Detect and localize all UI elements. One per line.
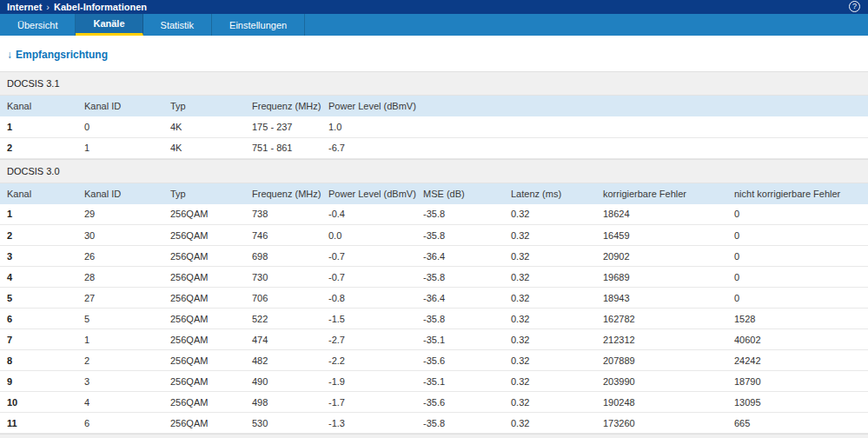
tab-uebersicht[interactable]: Übersicht (0, 14, 76, 36)
table-cell: 256QAM (163, 225, 245, 246)
column-header: Kanal ID (77, 96, 163, 116)
tab-einstellungen[interactable]: Einstellungen (212, 14, 305, 36)
table-row: 428256QAM730-0.7-35.80.32196890 (0, 267, 868, 288)
table-row: 214K751 - 861-6.7 (0, 137, 868, 158)
table-cell: 24242 (727, 350, 868, 371)
table-cell: -35.8 (416, 309, 504, 329)
table-cell: 5 (0, 288, 77, 309)
column-header: Typ (163, 96, 245, 116)
table-row: 527256QAM706-0.8-36.40.32189430 (0, 288, 868, 309)
table-cell: 482 (245, 350, 321, 371)
table-cell: 0.32 (504, 309, 596, 329)
table-cell: -6.7 (321, 137, 868, 158)
breadcrumb-page: Kabel-Informationen (54, 2, 147, 12)
table-cell: 203990 (596, 371, 727, 392)
table-cell: -0.8 (321, 288, 416, 309)
breadcrumb-section[interactable]: Internet (7, 2, 42, 12)
table-cell: 738 (245, 204, 321, 225)
table-cell: -35.8 (416, 267, 504, 288)
table-cell: 3 (0, 246, 77, 267)
table-cell: 3 (77, 371, 163, 392)
table-cell: 175 - 237 (245, 116, 321, 137)
table-cell: 6 (0, 309, 77, 329)
table-cell: 40602 (727, 329, 868, 350)
table-cell: 0 (77, 116, 163, 137)
table-row: 93256QAM490-1.9-35.10.3220399018790 (0, 371, 868, 392)
table-cell: 746 (245, 225, 321, 246)
page-title-label: Empfangsrichtung (16, 49, 108, 61)
table-row: 65256QAM522-1.5-35.80.321627821528 (0, 309, 868, 329)
table-cell: -35.8 (416, 413, 504, 434)
table-cell: -35.6 (416, 350, 504, 371)
table-cell: 1528 (727, 309, 868, 329)
table-cell: 256QAM (163, 204, 245, 225)
column-header: Power Level (dBmV) (321, 96, 868, 116)
column-header: Typ (163, 183, 245, 204)
table-cell: 18624 (596, 204, 727, 225)
table-cell: 665 (727, 413, 868, 434)
table-cell: 522 (245, 309, 321, 329)
downstream-arrow-icon: ↓ (7, 49, 12, 61)
table-cell: 256QAM (163, 329, 245, 350)
table-cell: 20902 (596, 246, 727, 267)
column-header: Kanal (0, 183, 77, 204)
table-cell: 4 (77, 392, 163, 413)
table-cell: 212312 (596, 329, 727, 350)
table-cell: 29 (77, 204, 163, 225)
table-cell: 6 (77, 413, 163, 434)
table-cell: 0.32 (504, 204, 596, 225)
docsis30-table: KanalKanal IDTypFrequenz (MHz)Power Leve… (0, 183, 868, 435)
breadcrumb-separator-icon: › (46, 2, 50, 12)
table-cell: 751 - 861 (245, 137, 321, 158)
table-cell: 0 (727, 204, 868, 225)
table-row: 230256QAM7460.0-35.80.32164590 (0, 225, 868, 246)
table-cell: 706 (245, 288, 321, 309)
table-cell: 27 (77, 288, 163, 309)
column-header: Kanal ID (77, 183, 163, 204)
column-header: nicht korrigierbare Fehler (727, 183, 868, 204)
table-cell: 1.0 (321, 116, 868, 137)
table-header-row: KanalKanal IDTypFrequenz (MHz)Power Leve… (0, 96, 868, 116)
table-cell: -0.7 (321, 246, 416, 267)
table-cell: 11 (0, 413, 77, 434)
page-title: ↓Empfangsrichtung (7, 49, 868, 61)
table-cell: 256QAM (163, 371, 245, 392)
table-cell: 162782 (596, 309, 727, 329)
table-cell: 28 (77, 267, 163, 288)
column-header: MSE (dB) (416, 183, 504, 204)
table-cell: 490 (245, 371, 321, 392)
table-cell: 1 (77, 137, 163, 158)
table-cell: -1.5 (321, 309, 416, 329)
table-row: 104256QAM498-1.7-35.60.3219024813095 (0, 392, 868, 413)
table-cell: 0.32 (504, 413, 596, 434)
table-cell: 256QAM (163, 392, 245, 413)
table-cell: 0.0 (321, 225, 416, 246)
table-cell: 0.32 (504, 329, 596, 350)
table-cell: -2.2 (321, 350, 416, 371)
help-icon[interactable]: ? (849, 1, 860, 12)
column-header: Frequenz (MHz) (245, 183, 321, 204)
column-header: korrigierbare Fehler (596, 183, 727, 204)
top-bar: Internet › Kabel-Informationen ? (0, 0, 868, 14)
table-cell: 0.32 (504, 288, 596, 309)
table-cell: 0.32 (504, 225, 596, 246)
table-cell: 19689 (596, 267, 727, 288)
tab-kanaele[interactable]: Kanäle (76, 14, 142, 36)
table-cell: 698 (245, 246, 321, 267)
table-cell: 0.32 (504, 371, 596, 392)
table-cell: 256QAM (163, 246, 245, 267)
table-cell: -36.4 (416, 288, 504, 309)
breadcrumb: Internet › Kabel-Informationen (7, 2, 147, 12)
table-cell: 1 (77, 329, 163, 350)
table-cell: 530 (245, 413, 321, 434)
column-header: Kanal (0, 96, 77, 116)
table-cell: 256QAM (163, 309, 245, 329)
table-cell: 18790 (727, 371, 868, 392)
column-header: Frequenz (MHz) (245, 96, 321, 116)
table-cell: -1.7 (321, 392, 416, 413)
table-cell: 26 (77, 246, 163, 267)
table-cell: -0.7 (321, 267, 416, 288)
column-header: Power Level (dBmV) (321, 183, 416, 204)
column-header: Latenz (ms) (504, 183, 596, 204)
tab-statistik[interactable]: Statistik (143, 14, 213, 36)
